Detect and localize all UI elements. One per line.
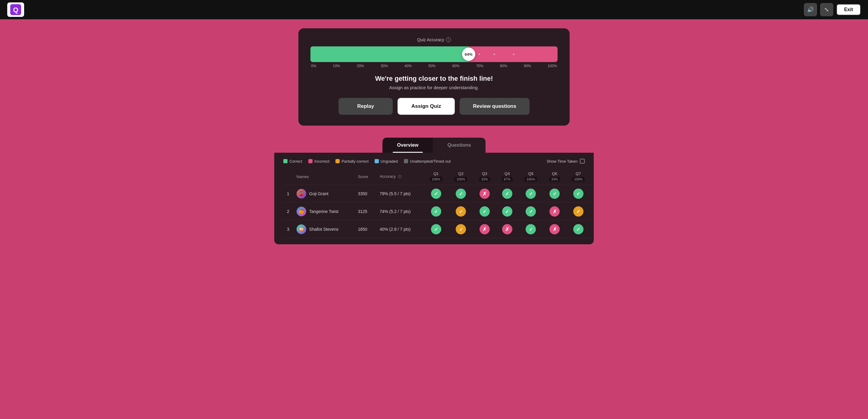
legend-ungraded: Ungraded (375, 159, 398, 164)
table-wrapper: Names Score Accuracy ⓘ Q1 100% (274, 168, 594, 238)
player-rank: 2 (283, 203, 293, 221)
player-q1-answer[interactable]: ✓ (424, 185, 448, 203)
col-q4: Q4 67% (496, 168, 518, 185)
sound-button[interactable]: 🔊 (804, 3, 817, 16)
top-navigation: Q 🔊 ⤡ Exit (0, 0, 868, 19)
bar-dot-1 (478, 54, 480, 55)
player-rank: 3 (283, 221, 293, 238)
tab-overview[interactable]: Overview (382, 138, 433, 153)
col-names: Names (293, 168, 354, 185)
accuracy-info-icon: ⓘ (398, 175, 401, 178)
correct-dot (283, 159, 287, 163)
progress-percentage: 64% (462, 47, 475, 61)
player-accuracy: 40% (2.8 / 7 pts) (376, 221, 424, 238)
fullscreen-icon: ⤡ (824, 6, 829, 13)
partial-dot (336, 159, 340, 163)
player-q3-answer[interactable]: ✗ (473, 185, 496, 203)
progress-bar-background: 64% (310, 46, 558, 62)
exit-button[interactable]: Exit (836, 4, 861, 15)
player-rows: 1🍒Goji Grant335079% (5.5 / 7 pts)✓✓✗✓✓✓✓… (283, 185, 591, 238)
avatar: 🧅 (297, 224, 306, 234)
progress-ticks: 0% 10% 20% 30% 40% 50% 60% 70% 80% 90% 1… (310, 64, 558, 68)
action-buttons: Replay Assign Quiz Review questions (310, 98, 558, 115)
player-score: 3350 (354, 185, 376, 203)
player-q2-answer[interactable]: ✓ (448, 185, 473, 203)
legend-unattempted: Unattempted/Timed out (404, 159, 451, 164)
avatar: 🍊 (297, 207, 306, 216)
table-card: Correct Incorrect Partially correct Ungr… (274, 153, 594, 244)
overview-section: Overview Questions Correct Incorrect Par… (0, 138, 868, 256)
player-q2-answer[interactable]: ✓ (448, 203, 473, 221)
show-time-taken-label: Show Time Taken (547, 159, 585, 164)
table-row: 2🍊Tangerine Twist312574% (5.2 / 7 pts)✓✓… (283, 203, 591, 221)
player-q1-answer[interactable]: ✓ (424, 203, 448, 221)
table-header: Names Score Accuracy ⓘ Q1 100% (283, 168, 591, 185)
player-rank: 1 (283, 185, 293, 203)
assign-quiz-button[interactable]: Assign Quiz (398, 98, 455, 115)
table-row: 3🧅Shallot Stevens165040% (2.8 / 7 pts)✓✓… (283, 221, 591, 238)
player-q2-answer[interactable]: ✓ (448, 221, 473, 238)
legend-partial: Partially correct (336, 159, 369, 164)
show-time-checkbox[interactable] (580, 159, 585, 164)
player-accuracy: 74% (5.2 / 7 pts) (376, 203, 424, 221)
bar-dot-3 (513, 54, 515, 55)
col-q2: Q2 100% (448, 168, 473, 185)
svg-text:Q: Q (13, 6, 18, 13)
legend-row: Correct Incorrect Partially correct Ungr… (274, 153, 594, 168)
col-q7: Q7 100% (566, 168, 591, 185)
player-score: 3125 (354, 203, 376, 221)
col-q5: Q5 100% (518, 168, 543, 185)
player-q3-answer[interactable]: ✓ (473, 203, 496, 221)
legend-incorrect: Incorrect (308, 159, 330, 164)
player-q4-answer[interactable]: ✗ (496, 221, 518, 238)
col-q1: Q1 100% (424, 168, 448, 185)
results-section: Quiz Accuracy i 64% 0% (0, 19, 868, 138)
player-q3-answer[interactable]: ✗ (473, 221, 496, 238)
table-row: 1🍒Goji Grant335079% (5.5 / 7 pts)✓✓✗✓✓✓✓ (283, 185, 591, 203)
avatar: 🍒 (297, 189, 306, 198)
quizizz-logo: Q (7, 2, 24, 17)
player-q7-answer[interactable]: ✓ (566, 185, 591, 203)
tab-questions[interactable]: Questions (433, 138, 485, 153)
incorrect-dot (308, 159, 313, 163)
col-q3: Q3 33% (473, 168, 496, 185)
player-q7-answer[interactable]: ✓ (566, 221, 591, 238)
tabs-container: Overview Questions (382, 138, 485, 153)
player-name-cell: 🍒Goji Grant (293, 185, 354, 203)
col-score: Score (354, 168, 376, 185)
replay-button[interactable]: Replay (338, 98, 393, 115)
player-accuracy: 79% (5.5 / 7 pts) (376, 185, 424, 203)
quizizz-logo-icon: Q (10, 4, 21, 15)
player-name-cell: 🍊Tangerine Twist (293, 203, 354, 221)
col-rank (283, 168, 293, 185)
player-name-cell: 🧅Shallot Stevens (293, 221, 354, 238)
motivational-subtitle: Assign as practice for deeper understand… (310, 85, 558, 90)
player-q6-answer[interactable]: ✗ (544, 221, 566, 238)
player-q5-answer[interactable]: ✓ (518, 185, 543, 203)
player-q4-answer[interactable]: ✓ (496, 185, 518, 203)
motivational-title: We're getting closer to the finish line! (310, 75, 558, 83)
bar-dot-2 (493, 54, 495, 55)
player-q4-answer[interactable]: ✓ (496, 203, 518, 221)
player-q6-answer[interactable]: ✗ (544, 203, 566, 221)
progress-bar-container: 64% 0% 10% 20% 30% 40% 50% 60 (310, 46, 558, 68)
header-row: Names Score Accuracy ⓘ Q1 100% (283, 168, 591, 185)
fullscreen-button[interactable]: ⤡ (820, 3, 833, 16)
player-q6-answer[interactable]: ✓ (544, 185, 566, 203)
tabs-bar: Overview Questions (6, 138, 862, 153)
player-q7-answer[interactable]: ✓ (566, 203, 591, 221)
player-q1-answer[interactable]: ✓ (424, 221, 448, 238)
player-score: 1650 (354, 221, 376, 238)
col-q6: Q6 33% (544, 168, 566, 185)
unattempted-dot (404, 159, 408, 163)
page-content: Quiz Accuracy i 64% 0% (0, 0, 868, 256)
col-accuracy: Accuracy ⓘ (376, 168, 424, 185)
scores-table: Names Score Accuracy ⓘ Q1 100% (283, 168, 591, 238)
accuracy-label: Quiz Accuracy i (310, 37, 558, 42)
sound-icon: 🔊 (807, 6, 814, 13)
player-q5-answer[interactable]: ✓ (518, 203, 543, 221)
results-card: Quiz Accuracy i 64% 0% (299, 28, 569, 126)
progress-bar-fill: 64% (310, 46, 469, 62)
review-questions-button[interactable]: Review questions (460, 98, 530, 115)
player-q5-answer[interactable]: ✓ (518, 221, 543, 238)
